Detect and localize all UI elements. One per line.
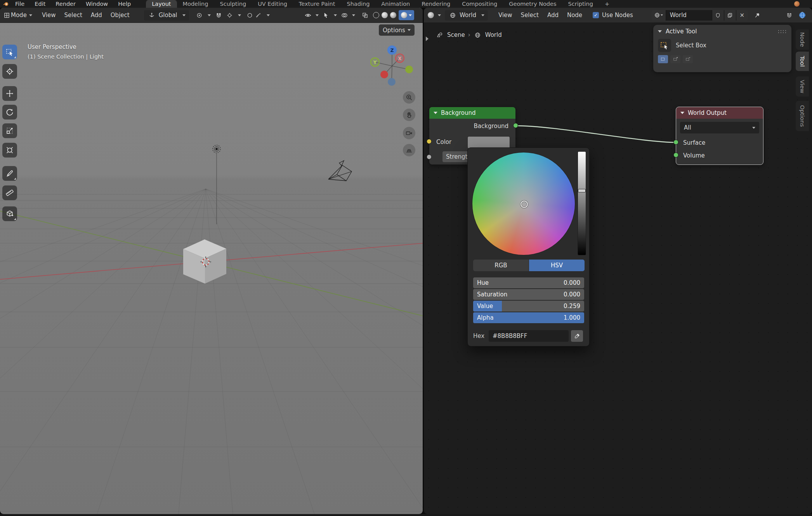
- breadcrumb-world[interactable]: World: [485, 31, 502, 38]
- menu-file[interactable]: File: [10, 1, 29, 7]
- world-preview-icon[interactable]: [798, 11, 807, 19]
- scene-icon[interactable]: [794, 1, 800, 7]
- menu-edit[interactable]: Edit: [29, 1, 50, 7]
- view-layer-icon[interactable]: [803, 1, 808, 7]
- select-box-tool-icon[interactable]: [658, 39, 671, 52]
- value-slider-handle[interactable]: [578, 189, 586, 192]
- sidebar-tab-view[interactable]: View: [796, 76, 809, 97]
- pan-hand-button[interactable]: [403, 109, 415, 121]
- shader-menu-select[interactable]: Select: [517, 12, 543, 19]
- menu-window[interactable]: Window: [81, 1, 113, 7]
- world-browse-dropdown[interactable]: [652, 10, 666, 21]
- light-object[interactable]: [213, 145, 220, 224]
- world-name-field[interactable]: World: [666, 10, 712, 21]
- gizmo-x-negative[interactable]: [380, 71, 388, 78]
- zoom-button[interactable]: [403, 91, 415, 104]
- workspace-tab-uv-editing[interactable]: UV Editing: [252, 0, 293, 8]
- snapping-magnet-icon[interactable]: [785, 11, 793, 19]
- workspace-tab-compositing[interactable]: Compositing: [456, 0, 503, 8]
- mode-dropdown[interactable]: Mode: [11, 12, 32, 19]
- breadcrumb-scene[interactable]: Scene: [447, 31, 465, 38]
- visibility-dropdown[interactable]: [304, 11, 319, 19]
- world-output-node[interactable]: World Output All Surface Volume: [676, 107, 763, 164]
- unlink-button[interactable]: ×: [736, 10, 748, 21]
- workspace-tab-rendering[interactable]: Rendering: [416, 0, 456, 8]
- menu-render[interactable]: Render: [50, 1, 81, 7]
- color-wheel[interactable]: [472, 152, 575, 255]
- color-input-socket[interactable]: [427, 139, 432, 144]
- select-mode-subtract-button[interactable]: [683, 55, 693, 63]
- navigation-gizmo[interactable]: Z Y X: [365, 41, 419, 91]
- workspace-tab-modeling[interactable]: Modeling: [177, 0, 214, 8]
- color-swatch-field[interactable]: [467, 136, 510, 149]
- viewport-menu-select[interactable]: Select: [60, 12, 86, 19]
- snap-target-dropdown[interactable]: [226, 11, 241, 19]
- camera-view-button[interactable]: [403, 127, 415, 139]
- pin-icon[interactable]: [753, 11, 762, 19]
- alpha-slider[interactable]: Alpha 1.000: [473, 312, 584, 323]
- value-slider[interactable]: [578, 152, 586, 255]
- shading-wireframe-button[interactable]: [373, 12, 379, 18]
- world-output-node-header[interactable]: World Output: [676, 107, 763, 119]
- snap-magnet-icon[interactable]: [215, 11, 223, 19]
- tool-add-cube-button[interactable]: [2, 206, 17, 221]
- collapse-icon[interactable]: [680, 112, 684, 114]
- add-workspace-button[interactable]: +: [599, 0, 615, 8]
- workspace-tab-shading[interactable]: Shading: [341, 0, 375, 8]
- saturation-slider[interactable]: Saturation 0.000: [473, 289, 584, 300]
- selectability-dropdown[interactable]: [322, 11, 337, 19]
- tool-rotate-button[interactable]: [2, 105, 17, 119]
- viewport-menu-object[interactable]: Object: [106, 12, 134, 19]
- fake-user-shield-button[interactable]: [712, 10, 724, 21]
- hsv-mode-button[interactable]: HSV: [529, 260, 585, 271]
- xray-toggle-icon[interactable]: [361, 11, 369, 19]
- drag-handle-icon[interactable]: [777, 29, 787, 34]
- shader-menu-node[interactable]: Node: [563, 12, 586, 19]
- value-channel-slider[interactable]: Value 0.259: [473, 301, 584, 312]
- workspace-tab-geometry-nodes[interactable]: Geometry Nodes: [503, 0, 562, 8]
- tool-scale-button[interactable]: [2, 123, 17, 138]
- tool-cursor-button[interactable]: [2, 64, 17, 79]
- viewport-menu-view[interactable]: View: [38, 12, 60, 19]
- shader-editor[interactable]: World View Select Add Node ✓ Use Nodes W…: [424, 8, 812, 514]
- hex-input[interactable]: #8B8B8BFF: [489, 330, 569, 342]
- sidebar-tab-options[interactable]: Options: [796, 101, 809, 131]
- sidebar-tab-tool[interactable]: Tool: [796, 52, 809, 71]
- sidebar-tab-node[interactable]: Node: [796, 29, 809, 50]
- shading-material-button[interactable]: [390, 12, 396, 18]
- workspace-tab-layout[interactable]: Layout: [146, 0, 177, 8]
- shading-rendered-button[interactable]: [399, 10, 414, 20]
- use-nodes-toggle[interactable]: ✓ Use Nodes: [593, 12, 633, 19]
- pivot-point-dropdown[interactable]: [195, 11, 211, 19]
- shader-menu-view[interactable]: View: [494, 12, 517, 19]
- 3d-viewport[interactable]: Mode View Select Add Object Global: [0, 8, 423, 514]
- select-mode-set-button[interactable]: [658, 55, 668, 63]
- proportional-falloff-dropdown[interactable]: [254, 11, 270, 19]
- cube-object[interactable]: [183, 239, 226, 284]
- background-node-header[interactable]: Background: [429, 107, 515, 119]
- color-wheel-cursor[interactable]: [521, 201, 528, 208]
- shader-scope-dropdown[interactable]: World: [445, 10, 488, 21]
- tool-transform-button[interactable]: [2, 143, 17, 158]
- active-tool-header[interactable]: Active Tool: [653, 25, 791, 38]
- viewport-options-dropdown[interactable]: Options: [379, 24, 415, 36]
- blender-logo-icon[interactable]: [2, 0, 10, 8]
- output-target-dropdown[interactable]: All: [680, 122, 759, 133]
- rgb-mode-button[interactable]: RGB: [473, 260, 529, 271]
- new-datablock-button[interactable]: [724, 10, 736, 21]
- strength-input-socket[interactable]: [427, 154, 432, 159]
- shading-context-dropdown[interactable]: [428, 12, 441, 18]
- workspace-tab-sculpting[interactable]: Sculpting: [214, 0, 252, 8]
- expand-region-arrow[interactable]: [426, 36, 429, 41]
- workspace-tab-scripting[interactable]: Scripting: [562, 0, 599, 8]
- hue-slider[interactable]: Hue 0.000: [473, 277, 584, 288]
- overlays-dropdown[interactable]: [340, 11, 355, 19]
- transform-orientation-dropdown[interactable]: Global: [144, 10, 189, 21]
- camera-object[interactable]: [328, 161, 352, 181]
- gizmo-y-negative[interactable]: [405, 66, 413, 73]
- tool-move-button[interactable]: [2, 86, 17, 101]
- shading-solid-button[interactable]: [382, 12, 388, 18]
- select-mode-extend-button[interactable]: [670, 55, 680, 63]
- tool-select-box-button[interactable]: [2, 45, 17, 59]
- background-output-socket[interactable]: [513, 123, 518, 128]
